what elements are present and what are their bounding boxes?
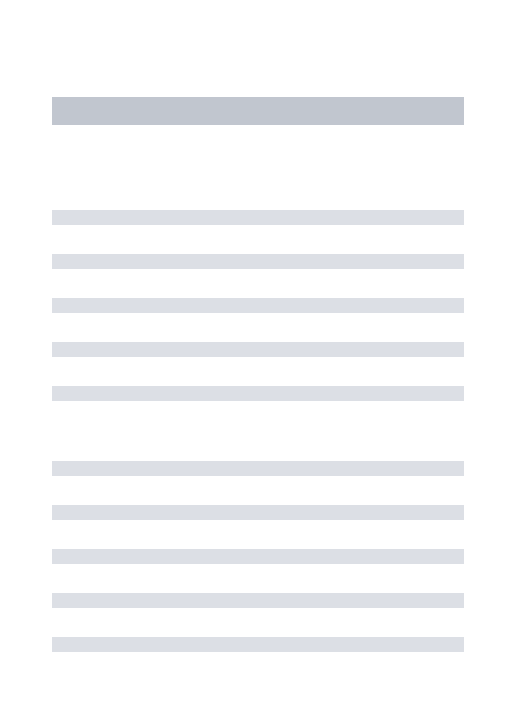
skeleton-line	[52, 254, 464, 269]
skeleton-section-1	[52, 210, 464, 401]
skeleton-line	[52, 593, 464, 608]
skeleton-line	[52, 505, 464, 520]
skeleton-line	[52, 298, 464, 313]
skeleton-line	[52, 386, 464, 401]
skeleton-line	[52, 461, 464, 476]
skeleton-section-2	[52, 461, 464, 652]
skeleton-line	[52, 342, 464, 357]
skeleton-line	[52, 210, 464, 225]
skeleton-line	[52, 637, 464, 652]
skeleton-line	[52, 549, 464, 564]
skeleton-title-bar	[52, 97, 464, 125]
